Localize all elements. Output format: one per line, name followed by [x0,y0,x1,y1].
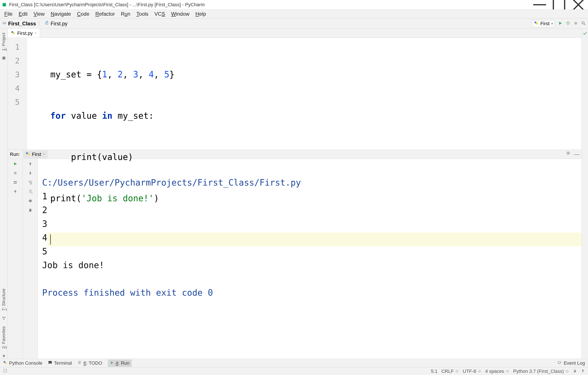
code-line[interactable]: print(value) [47,150,582,164]
window-title: First_Class [C:\Users\User\PycharmProjec… [9,2,205,8]
close-run-tab-icon[interactable]: × [43,152,45,157]
breadcrumb-project[interactable]: First_Class [2,21,36,27]
inspector-icon[interactable] [581,369,585,374]
star-icon [2,354,6,359]
menu-edit[interactable]: Edit [16,11,31,17]
chevron-down-icon: ▾ [551,21,553,26]
event-log-tab[interactable]: Event Log [564,360,585,366]
python-file-icon [11,30,15,36]
text-caret [50,234,51,245]
debug-button[interactable] [566,21,570,26]
scroll-to-end-icon[interactable] [28,189,33,195]
interpreter[interactable]: Python 3.7 (First_Class) ≑ [513,369,569,374]
line-number: 1 [8,40,27,54]
menu-view[interactable]: View [31,11,48,17]
lock-icon[interactable] [573,369,577,374]
structure-tool-tab[interactable]: 7: Structure [1,286,7,313]
todo-tab[interactable]: 6: TODO [77,360,102,366]
output-line: 4 [42,233,47,243]
svg-line-15 [584,24,585,25]
code-line[interactable] [47,233,582,246]
stop-icon[interactable] [13,171,18,176]
menu-file[interactable]: File [1,11,16,17]
close-button[interactable] [569,0,588,10]
play-icon [110,360,114,366]
svg-rect-3 [553,0,565,10]
down-arrow-icon[interactable] [28,171,33,176]
svg-point-38 [582,369,584,371]
up-arrow-icon[interactable] [28,161,33,167]
python-console-tab[interactable]: Python Console [3,360,42,366]
favorites-tool-tab[interactable]: 2: Favorites [1,324,7,351]
menu-bar: File Edit View Navigate Code Refactor Ru… [0,10,588,19]
process-finished: Process finished with exit code 0 [42,288,213,298]
close-tab-icon[interactable]: × [34,31,37,35]
terminal-tab[interactable]: Terminal [48,360,72,366]
run-tab-bottom[interactable]: 4: Run [108,360,132,367]
output-line: 2 [42,205,47,215]
python-icon [3,360,7,366]
menu-refactor[interactable]: Refactor [92,11,118,17]
svg-point-22 [26,152,28,154]
print-icon[interactable] [28,198,33,204]
line-number: 5 [8,95,27,109]
code-area[interactable]: my_set = {1, 2, 3, 4, 5} for value in my… [47,38,582,150]
svg-rect-37 [574,371,576,372]
breadcrumb-separator: 〉 [38,20,43,27]
breadcrumb-file[interactable]: First.py [44,21,67,27]
minimize-button[interactable] [530,0,549,10]
status-hint-icon[interactable] [3,369,7,374]
editor-body[interactable]: 1 2 3 4 5 my_set = {1, 2, 3, 4, 5} for v… [8,38,582,150]
indent[interactable]: 4 spaces ≑ [485,369,509,374]
code-line[interactable]: for value in my_set: [47,109,582,123]
code-line[interactable]: my_set = {1, 2, 3, 4, 5} [47,67,582,81]
line-separator[interactable]: CRLF ≑ [441,369,459,374]
svg-rect-13 [575,22,577,24]
project-tool-tab[interactable]: 1: Project [1,31,7,53]
menu-run[interactable]: Run [118,11,134,17]
menu-help[interactable]: Help [192,11,209,17]
editor-margin [27,38,47,150]
run-tab[interactable]: First × [23,150,48,158]
editor-tab-first[interactable]: First.py × [8,29,40,38]
menu-window[interactable]: Window [168,11,192,17]
svg-rect-18 [4,317,5,318]
editor-tabs: First.py × [8,29,582,38]
run-button[interactable] [558,21,563,26]
status-bar: 5:1 CRLF ≑ UTF-8 ≑ 4 spaces ≑ Python 3.7… [0,367,588,375]
rerun-icon[interactable] [13,161,18,167]
layout-icon[interactable] [13,180,18,185]
maximize-button[interactable] [549,0,569,10]
main-area: 1: Project 7: Structure 2: Favorites Fir… [0,29,588,359]
svg-rect-29 [30,199,31,200]
run-config-selector[interactable]: First ▾ [532,20,555,27]
output-line: 1 [42,191,47,201]
svg-rect-39 [582,371,583,372]
inspection-ok-icon[interactable] [583,31,587,36]
svg-point-20 [11,31,13,33]
svg-point-33 [5,362,7,364]
svg-rect-27 [13,183,17,184]
search-everywhere-button[interactable] [581,21,586,26]
stop-button[interactable] [573,21,578,26]
menu-navigate[interactable]: Navigate [48,11,74,17]
run-sidebar-left [8,159,23,359]
svg-point-7 [535,21,536,23]
python-file-icon [44,21,49,27]
event-log-icon [557,360,562,366]
menu-code[interactable]: Code [74,11,92,17]
pin-icon[interactable] [13,189,18,195]
project-icon [2,56,6,61]
svg-point-8 [536,22,538,24]
center-column: First.py × 1 2 3 4 5 my_set = {1, 2, 3, … [8,29,582,359]
delete-icon[interactable] [28,208,33,213]
soft-wrap-icon[interactable] [28,180,33,185]
caret-position[interactable]: 5:1 [431,369,438,374]
svg-rect-16 [2,57,5,60]
menu-vcs[interactable]: VCS [151,11,168,17]
menu-tools[interactable]: Tools [134,11,151,17]
line-number: 3 [8,67,27,81]
code-line[interactable]: print('Job is done!') [47,191,582,205]
list-icon [77,360,82,366]
encoding[interactable]: UTF-8 ≑ [463,369,481,374]
